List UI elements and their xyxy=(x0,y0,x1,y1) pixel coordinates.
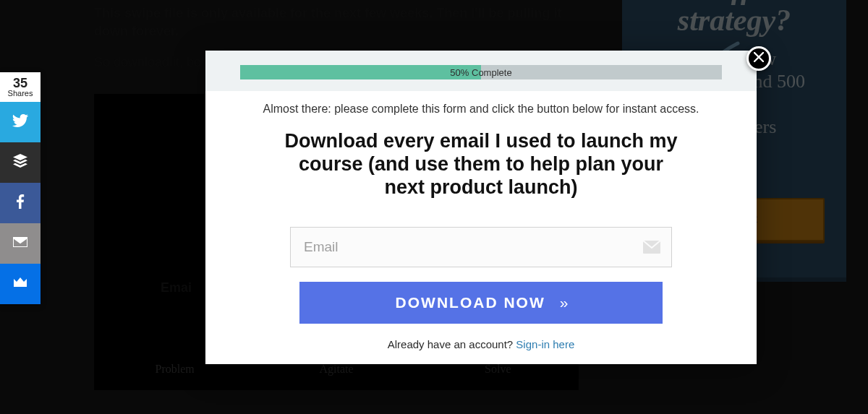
share-facebook-button[interactable] xyxy=(0,183,41,223)
close-icon xyxy=(754,52,764,65)
close-button[interactable] xyxy=(746,46,771,71)
signin-link[interactable]: Sign-in here xyxy=(516,338,574,350)
progress-label: 50% Complete xyxy=(240,65,722,79)
twitter-icon xyxy=(12,112,29,132)
buffer-icon xyxy=(12,152,29,173)
facebook-icon xyxy=(12,193,29,213)
share-count-label: Shares xyxy=(0,90,41,98)
progress-track: 50% Complete xyxy=(240,65,722,79)
share-count: 35 Shares xyxy=(0,72,41,102)
share-count-number: 35 xyxy=(0,77,41,90)
share-sumo-button[interactable] xyxy=(0,264,41,304)
crown-icon xyxy=(12,274,29,294)
share-buffer-button[interactable] xyxy=(0,142,41,183)
email-field-wrap xyxy=(290,227,672,267)
signin-prompt: Already have an account? xyxy=(388,338,516,350)
share-twitter-button[interactable] xyxy=(0,102,41,142)
mail-icon xyxy=(12,233,29,254)
download-modal: 50% Complete Almost there: please comple… xyxy=(205,51,757,364)
download-button[interactable]: DOWNLOAD NOW » xyxy=(299,282,663,324)
modal-headline: Download every email I used to launch my… xyxy=(278,130,684,199)
chevron-right-icon: » xyxy=(560,294,567,311)
signin-row: Already have an account? Sign-in here xyxy=(247,338,715,350)
share-email-button[interactable] xyxy=(0,223,41,264)
download-button-label: DOWNLOAD NOW xyxy=(396,294,545,311)
modal-instruction: Almost there: please complete this form … xyxy=(247,103,715,116)
envelope-icon xyxy=(643,241,660,254)
email-input[interactable] xyxy=(290,227,672,267)
progress-bar: 50% Complete xyxy=(205,51,757,91)
share-bar: 35 Shares xyxy=(0,72,41,304)
